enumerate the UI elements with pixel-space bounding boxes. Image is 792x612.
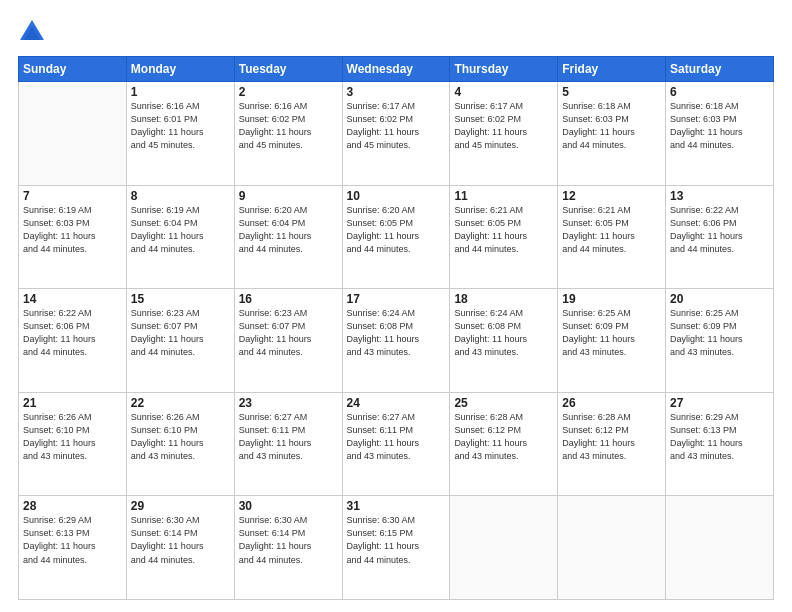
calendar-header-monday: Monday (126, 57, 234, 82)
day-number: 10 (347, 189, 446, 203)
calendar-cell: 25Sunrise: 6:28 AM Sunset: 6:12 PM Dayli… (450, 392, 558, 496)
calendar-table: SundayMondayTuesdayWednesdayThursdayFrid… (18, 56, 774, 600)
calendar-cell: 26Sunrise: 6:28 AM Sunset: 6:12 PM Dayli… (558, 392, 666, 496)
day-number: 21 (23, 396, 122, 410)
day-number: 28 (23, 499, 122, 513)
day-info: Sunrise: 6:24 AM Sunset: 6:08 PM Dayligh… (454, 307, 553, 359)
day-number: 29 (131, 499, 230, 513)
day-info: Sunrise: 6:23 AM Sunset: 6:07 PM Dayligh… (239, 307, 338, 359)
calendar-cell: 17Sunrise: 6:24 AM Sunset: 6:08 PM Dayli… (342, 289, 450, 393)
day-number: 9 (239, 189, 338, 203)
day-number: 27 (670, 396, 769, 410)
page: SundayMondayTuesdayWednesdayThursdayFrid… (0, 0, 792, 612)
day-info: Sunrise: 6:25 AM Sunset: 6:09 PM Dayligh… (562, 307, 661, 359)
day-number: 17 (347, 292, 446, 306)
calendar-cell: 20Sunrise: 6:25 AM Sunset: 6:09 PM Dayli… (666, 289, 774, 393)
day-number: 7 (23, 189, 122, 203)
calendar-cell: 3Sunrise: 6:17 AM Sunset: 6:02 PM Daylig… (342, 82, 450, 186)
logo-icon (18, 18, 46, 46)
calendar-cell: 28Sunrise: 6:29 AM Sunset: 6:13 PM Dayli… (19, 496, 127, 600)
calendar-header-sunday: Sunday (19, 57, 127, 82)
calendar-header-friday: Friday (558, 57, 666, 82)
logo (18, 18, 50, 46)
calendar-week-5: 28Sunrise: 6:29 AM Sunset: 6:13 PM Dayli… (19, 496, 774, 600)
day-info: Sunrise: 6:26 AM Sunset: 6:10 PM Dayligh… (23, 411, 122, 463)
calendar-cell: 19Sunrise: 6:25 AM Sunset: 6:09 PM Dayli… (558, 289, 666, 393)
day-number: 4 (454, 85, 553, 99)
calendar-cell: 13Sunrise: 6:22 AM Sunset: 6:06 PM Dayli… (666, 185, 774, 289)
calendar-cell (19, 82, 127, 186)
day-info: Sunrise: 6:21 AM Sunset: 6:05 PM Dayligh… (454, 204, 553, 256)
day-info: Sunrise: 6:20 AM Sunset: 6:04 PM Dayligh… (239, 204, 338, 256)
day-info: Sunrise: 6:29 AM Sunset: 6:13 PM Dayligh… (670, 411, 769, 463)
day-number: 19 (562, 292, 661, 306)
day-info: Sunrise: 6:25 AM Sunset: 6:09 PM Dayligh… (670, 307, 769, 359)
day-number: 14 (23, 292, 122, 306)
calendar-cell: 27Sunrise: 6:29 AM Sunset: 6:13 PM Dayli… (666, 392, 774, 496)
calendar-week-2: 7Sunrise: 6:19 AM Sunset: 6:03 PM Daylig… (19, 185, 774, 289)
calendar-cell: 22Sunrise: 6:26 AM Sunset: 6:10 PM Dayli… (126, 392, 234, 496)
calendar-cell: 8Sunrise: 6:19 AM Sunset: 6:04 PM Daylig… (126, 185, 234, 289)
calendar-cell: 2Sunrise: 6:16 AM Sunset: 6:02 PM Daylig… (234, 82, 342, 186)
calendar-cell: 29Sunrise: 6:30 AM Sunset: 6:14 PM Dayli… (126, 496, 234, 600)
day-number: 25 (454, 396, 553, 410)
day-number: 16 (239, 292, 338, 306)
day-number: 31 (347, 499, 446, 513)
day-number: 26 (562, 396, 661, 410)
calendar-header-wednesday: Wednesday (342, 57, 450, 82)
day-info: Sunrise: 6:17 AM Sunset: 6:02 PM Dayligh… (454, 100, 553, 152)
day-info: Sunrise: 6:28 AM Sunset: 6:12 PM Dayligh… (562, 411, 661, 463)
day-info: Sunrise: 6:22 AM Sunset: 6:06 PM Dayligh… (23, 307, 122, 359)
day-number: 2 (239, 85, 338, 99)
day-info: Sunrise: 6:27 AM Sunset: 6:11 PM Dayligh… (347, 411, 446, 463)
calendar-cell: 5Sunrise: 6:18 AM Sunset: 6:03 PM Daylig… (558, 82, 666, 186)
day-info: Sunrise: 6:30 AM Sunset: 6:14 PM Dayligh… (239, 514, 338, 566)
day-info: Sunrise: 6:30 AM Sunset: 6:15 PM Dayligh… (347, 514, 446, 566)
calendar-header-row: SundayMondayTuesdayWednesdayThursdayFrid… (19, 57, 774, 82)
calendar-week-4: 21Sunrise: 6:26 AM Sunset: 6:10 PM Dayli… (19, 392, 774, 496)
calendar-cell: 12Sunrise: 6:21 AM Sunset: 6:05 PM Dayli… (558, 185, 666, 289)
day-info: Sunrise: 6:18 AM Sunset: 6:03 PM Dayligh… (562, 100, 661, 152)
day-number: 24 (347, 396, 446, 410)
day-info: Sunrise: 6:23 AM Sunset: 6:07 PM Dayligh… (131, 307, 230, 359)
calendar-cell: 30Sunrise: 6:30 AM Sunset: 6:14 PM Dayli… (234, 496, 342, 600)
day-number: 11 (454, 189, 553, 203)
calendar-header-tuesday: Tuesday (234, 57, 342, 82)
calendar-cell (558, 496, 666, 600)
day-info: Sunrise: 6:21 AM Sunset: 6:05 PM Dayligh… (562, 204, 661, 256)
calendar-cell (450, 496, 558, 600)
day-info: Sunrise: 6:30 AM Sunset: 6:14 PM Dayligh… (131, 514, 230, 566)
day-number: 15 (131, 292, 230, 306)
day-info: Sunrise: 6:17 AM Sunset: 6:02 PM Dayligh… (347, 100, 446, 152)
day-number: 8 (131, 189, 230, 203)
calendar-cell: 10Sunrise: 6:20 AM Sunset: 6:05 PM Dayli… (342, 185, 450, 289)
calendar-cell: 4Sunrise: 6:17 AM Sunset: 6:02 PM Daylig… (450, 82, 558, 186)
day-info: Sunrise: 6:24 AM Sunset: 6:08 PM Dayligh… (347, 307, 446, 359)
day-number: 3 (347, 85, 446, 99)
calendar-cell: 14Sunrise: 6:22 AM Sunset: 6:06 PM Dayli… (19, 289, 127, 393)
calendar-cell: 31Sunrise: 6:30 AM Sunset: 6:15 PM Dayli… (342, 496, 450, 600)
day-number: 18 (454, 292, 553, 306)
calendar-cell: 24Sunrise: 6:27 AM Sunset: 6:11 PM Dayli… (342, 392, 450, 496)
day-number: 12 (562, 189, 661, 203)
calendar-week-3: 14Sunrise: 6:22 AM Sunset: 6:06 PM Dayli… (19, 289, 774, 393)
calendar-cell: 11Sunrise: 6:21 AM Sunset: 6:05 PM Dayli… (450, 185, 558, 289)
calendar-week-1: 1Sunrise: 6:16 AM Sunset: 6:01 PM Daylig… (19, 82, 774, 186)
calendar-header-saturday: Saturday (666, 57, 774, 82)
calendar-cell: 15Sunrise: 6:23 AM Sunset: 6:07 PM Dayli… (126, 289, 234, 393)
day-info: Sunrise: 6:28 AM Sunset: 6:12 PM Dayligh… (454, 411, 553, 463)
calendar-cell: 6Sunrise: 6:18 AM Sunset: 6:03 PM Daylig… (666, 82, 774, 186)
calendar-cell: 23Sunrise: 6:27 AM Sunset: 6:11 PM Dayli… (234, 392, 342, 496)
day-info: Sunrise: 6:16 AM Sunset: 6:01 PM Dayligh… (131, 100, 230, 152)
day-info: Sunrise: 6:29 AM Sunset: 6:13 PM Dayligh… (23, 514, 122, 566)
day-info: Sunrise: 6:26 AM Sunset: 6:10 PM Dayligh… (131, 411, 230, 463)
day-number: 6 (670, 85, 769, 99)
day-number: 20 (670, 292, 769, 306)
calendar-cell: 18Sunrise: 6:24 AM Sunset: 6:08 PM Dayli… (450, 289, 558, 393)
calendar-cell: 9Sunrise: 6:20 AM Sunset: 6:04 PM Daylig… (234, 185, 342, 289)
calendar-cell: 16Sunrise: 6:23 AM Sunset: 6:07 PM Dayli… (234, 289, 342, 393)
day-info: Sunrise: 6:19 AM Sunset: 6:03 PM Dayligh… (23, 204, 122, 256)
day-info: Sunrise: 6:22 AM Sunset: 6:06 PM Dayligh… (670, 204, 769, 256)
day-info: Sunrise: 6:27 AM Sunset: 6:11 PM Dayligh… (239, 411, 338, 463)
day-number: 1 (131, 85, 230, 99)
